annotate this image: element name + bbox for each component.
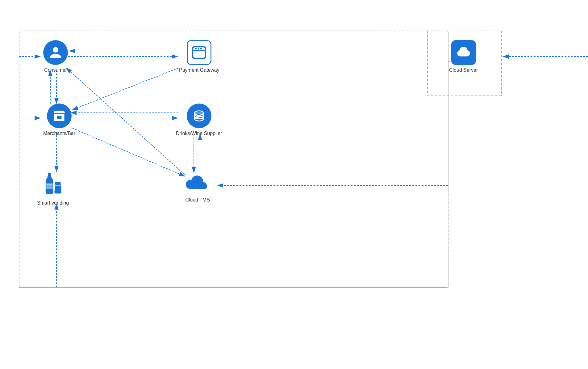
cloud-tms-icon <box>184 173 211 195</box>
payment-gateway-label: Payment Gateway <box>179 67 219 73</box>
svg-rect-35 <box>48 173 51 175</box>
payment-gateway-node: Payment Gateway <box>179 40 219 73</box>
cloud-server-label: Cloud Server <box>449 67 478 73</box>
cloud-server-icon <box>451 40 476 65</box>
consumer-label: Consumer <box>44 67 67 73</box>
person-svg <box>49 46 62 59</box>
consumer-node: Consumer <box>43 40 68 73</box>
cloud-server-node: Cloud Server <box>449 40 478 73</box>
smart-vending-node: Smart vending <box>37 170 69 206</box>
payment-gateway-icon <box>187 40 211 65</box>
drinks-svg <box>192 109 206 123</box>
drinks-supplier-icon <box>187 104 211 128</box>
svg-point-30 <box>198 48 199 49</box>
cloud-server-svg <box>456 45 471 60</box>
svg-line-21 <box>73 128 185 176</box>
cloud-tms-node: Cloud TMS <box>184 173 211 203</box>
gateway-svg <box>191 45 207 60</box>
merchants-bar-node: Merchants/Bar <box>43 104 75 136</box>
drinks-supplier-node: Drinks/Wine Supplier <box>176 104 222 136</box>
bottle-svg <box>39 169 67 199</box>
smart-vending-icon <box>39 170 67 198</box>
merchants-icon <box>47 104 72 128</box>
diagram-canvas: Consumer Payment Gateway Cloud Server <box>0 0 588 369</box>
drinks-supplier-label: Drinks/Wine Supplier <box>176 131 222 136</box>
merchants-bar-label: Merchants/Bar <box>43 131 75 136</box>
arrows-svg <box>0 0 588 369</box>
svg-rect-3 <box>19 31 448 287</box>
svg-line-22 <box>66 68 185 175</box>
svg-line-20 <box>73 68 178 110</box>
svg-point-31 <box>200 48 202 49</box>
cloud-svg <box>184 172 211 196</box>
store-svg <box>52 109 66 123</box>
smart-vending-label: Smart vending <box>37 200 69 206</box>
svg-rect-36 <box>46 183 52 189</box>
svg-point-29 <box>195 48 197 49</box>
cloud-tms-label: Cloud TMS <box>185 197 210 203</box>
consumer-icon <box>43 40 68 65</box>
